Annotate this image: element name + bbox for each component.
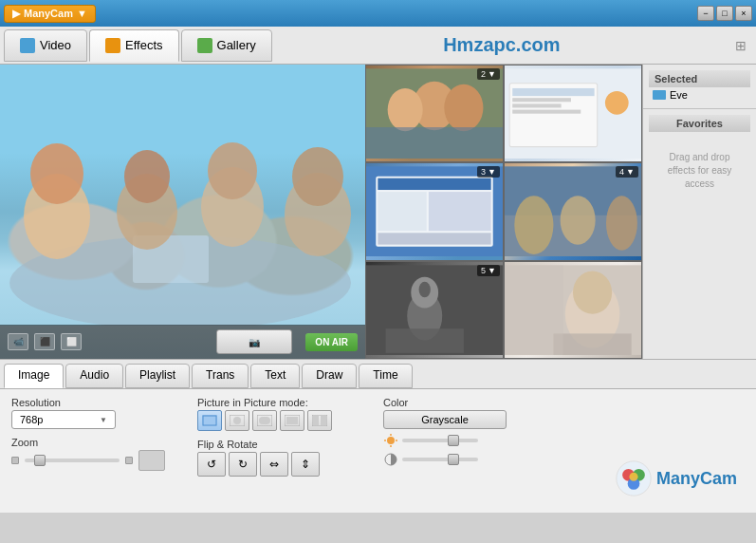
- selected-header: Selected: [649, 70, 750, 87]
- pip-btn-5[interactable]: [307, 410, 332, 431]
- pip-btn-3[interactable]: [252, 410, 277, 431]
- rotate-ccw-button[interactable]: ↺: [197, 452, 226, 477]
- svg-rect-43: [505, 265, 563, 355]
- svg-rect-38: [386, 328, 464, 353]
- brightness-slider-thumb[interactable]: [448, 435, 459, 446]
- photo-2-svg: [505, 66, 641, 161]
- snapshot-icon-btn[interactable]: ⬜: [61, 333, 82, 350]
- effects-tab-icon: [105, 38, 120, 53]
- contrast-slider-thumb[interactable]: [448, 454, 459, 465]
- grid-cell-4[interactable]: 4 ▼: [504, 162, 642, 260]
- snapshot-button[interactable]: 📷: [216, 329, 292, 354]
- flip-h-button[interactable]: ⇔: [260, 452, 288, 477]
- zoom-slider-track[interactable]: [25, 459, 120, 462]
- pip-btn-1[interactable]: [197, 410, 222, 431]
- cell-4-badge-arrow: ▼: [626, 167, 635, 177]
- video-controls-bar: 📹 ⬛ ⬜ 📷 ON AIR: [0, 325, 365, 359]
- nav-right-icon: ⊞: [729, 34, 752, 57]
- tab-gallery-label: Gallery: [217, 38, 256, 52]
- cell-1-badge: 2 ▼: [477, 68, 500, 80]
- favorites-section: Favorites Drag and drop effects for easy…: [643, 109, 756, 359]
- close-button[interactable]: ×: [735, 6, 752, 21]
- cell-4-badge: 4 ▼: [616, 166, 638, 178]
- grid-cell-5[interactable]: 5 ▼: [365, 261, 504, 359]
- tab-playlist-label: Playlist: [139, 368, 175, 382]
- svg-rect-44: [202, 415, 217, 426]
- tab-audio[interactable]: Audio: [65, 364, 123, 388]
- camera-toggle-button[interactable]: 📹: [8, 333, 28, 350]
- tab-trans[interactable]: Trans: [192, 364, 249, 388]
- svg-rect-51: [286, 417, 298, 424]
- pip-btn-4[interactable]: [280, 410, 304, 431]
- pip-btn-2[interactable]: [225, 410, 249, 431]
- grayscale-button[interactable]: Grayscale: [383, 410, 507, 429]
- pip-mode-2-icon: [230, 415, 245, 426]
- svg-rect-20: [512, 103, 561, 107]
- window-controls: − □ ×: [697, 6, 752, 21]
- svg-point-31: [514, 197, 553, 255]
- brightness-slider-track[interactable]: [402, 439, 478, 442]
- pip-label: Picture in Picture mode:: [197, 397, 368, 408]
- svg-point-33: [606, 197, 637, 252]
- manycam-menu-button[interactable]: ▶ ManyCam ▼: [4, 5, 96, 23]
- selected-section: Selected Eve: [643, 65, 756, 109]
- tab-gallery[interactable]: Gallery: [181, 29, 272, 62]
- svg-rect-15: [366, 127, 503, 159]
- record-button[interactable]: ⬛: [34, 333, 55, 350]
- tab-time[interactable]: Time: [359, 364, 412, 388]
- zoom-slider-row: [11, 450, 182, 471]
- grid-cell-6[interactable]: [504, 261, 642, 359]
- manycam-logo-icon: ▶: [12, 8, 20, 20]
- tab-trans-label: Trans: [206, 368, 234, 382]
- pip-mode-5-icon: [312, 415, 327, 426]
- pip-buttons: [197, 410, 368, 431]
- svg-rect-25: [378, 178, 490, 190]
- resolution-select[interactable]: 768p ▼: [11, 410, 182, 429]
- manycam-brand-text: ManyCam: [656, 469, 737, 489]
- tab-text[interactable]: Text: [250, 364, 300, 388]
- zoom-slider-min: [11, 457, 19, 464]
- zoom-slider-thumb[interactable]: [34, 455, 46, 466]
- tab-video[interactable]: Video: [4, 29, 87, 62]
- minimize-button[interactable]: −: [697, 6, 714, 21]
- resolution-label: Resolution: [11, 397, 182, 408]
- cell-3-badge: 3 ▼: [477, 166, 500, 178]
- on-air-badge: ON AIR: [305, 333, 358, 351]
- flip-v-button[interactable]: ⇕: [291, 452, 320, 477]
- cell-5-badge: 5 ▼: [477, 265, 500, 276]
- settings-col-2: Picture in Picture mode:: [197, 397, 368, 505]
- resolution-value: 768p: [20, 414, 43, 425]
- record-icon: ⬛: [40, 337, 50, 346]
- svg-rect-42: [553, 333, 631, 355]
- tab-image[interactable]: Image: [4, 364, 64, 388]
- pip-section: Picture in Picture mode:: [197, 397, 368, 431]
- pip-mode-1-icon: [202, 415, 217, 426]
- title-bar-left: ▶ ManyCam ▼: [4, 5, 96, 23]
- sidebar-item-video-icon: [653, 90, 666, 100]
- svg-point-32: [561, 197, 596, 245]
- svg-point-14: [444, 84, 483, 131]
- video-grid: 2 ▼: [365, 65, 642, 359]
- svg-point-6: [124, 150, 170, 203]
- bottom-tabs: Image Audio Playlist Trans Text Draw Tim…: [0, 359, 756, 389]
- grid-cell-2[interactable]: [504, 65, 642, 162]
- maximize-button[interactable]: □: [716, 6, 733, 21]
- tab-text-label: Text: [265, 368, 286, 382]
- pip-mode-3-icon: [257, 415, 272, 426]
- camera-snap-icon: 📷: [249, 337, 260, 347]
- svg-rect-55: [313, 421, 319, 425]
- video-tab-icon: [20, 38, 35, 53]
- rotate-cw-button[interactable]: ↻: [229, 452, 257, 477]
- svg-point-4: [30, 143, 83, 204]
- contrast-icon: [383, 452, 398, 467]
- svg-rect-27: [429, 192, 491, 231]
- tab-effects[interactable]: Effects: [89, 29, 179, 62]
- svg-rect-53: [313, 416, 319, 421]
- resolution-dropdown[interactable]: 768p ▼: [11, 410, 116, 429]
- contrast-slider-track[interactable]: [402, 458, 478, 461]
- grid-cell-1[interactable]: 2 ▼: [365, 65, 504, 162]
- grid-cell-3[interactable]: 3 ▼: [365, 162, 504, 260]
- cell-1-badge-arrow: ▼: [488, 69, 496, 79]
- tab-draw[interactable]: Draw: [302, 364, 357, 388]
- tab-playlist[interactable]: Playlist: [125, 364, 190, 388]
